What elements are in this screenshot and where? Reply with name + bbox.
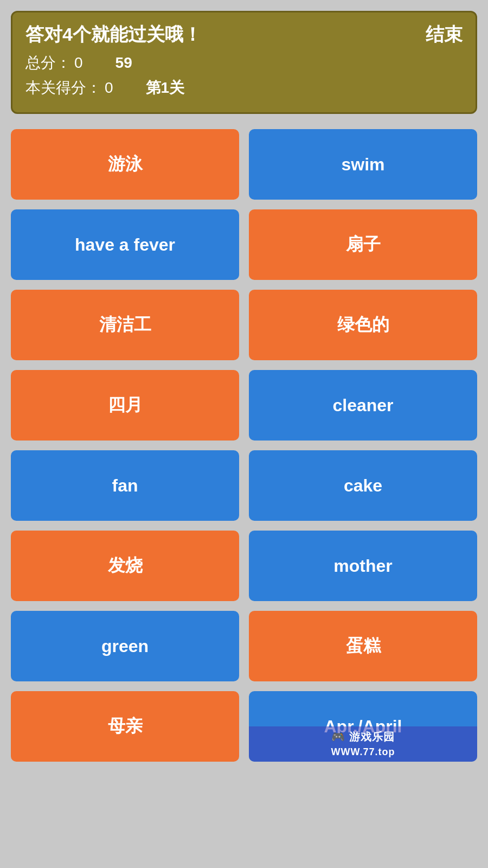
card-9[interactable]: fan <box>11 450 239 521</box>
level-score-label: 本关得分：0 <box>25 78 113 98</box>
card-4[interactable]: 扇子 <box>249 209 477 280</box>
card-1[interactable]: 游泳 <box>11 129 239 200</box>
game-title: 答对4个就能过关哦！ <box>25 22 202 47</box>
card-14[interactable]: 蛋糕 <box>249 611 477 681</box>
card-15[interactable]: 母亲 <box>11 691 239 762</box>
card-grid: 游泳swimhave a fever扇子清洁工绿色的四月cleanerfanca… <box>11 129 477 762</box>
total-score-label: 总分：0 <box>25 53 83 73</box>
card-6[interactable]: 绿色的 <box>249 290 477 360</box>
card-3[interactable]: have a fever <box>11 209 239 280</box>
card-8[interactable]: cleaner <box>249 370 477 441</box>
card-7[interactable]: 四月 <box>11 370 239 441</box>
card-10[interactable]: cake <box>249 450 477 521</box>
card-2[interactable]: swim <box>249 129 477 200</box>
card-16[interactable]: Apr./April🎮 游戏乐园WWW.77.top <box>249 691 477 762</box>
card-13[interactable]: green <box>11 611 239 681</box>
card-12[interactable]: mother <box>249 531 477 601</box>
card-5[interactable]: 清洁工 <box>11 290 239 360</box>
score-board: 答对4个就能过关哦！ 结束 总分：0 59 本关得分：0 第1关 <box>11 11 477 114</box>
level-label: 第1关 <box>146 78 185 98</box>
timer-value: 59 <box>115 54 132 72</box>
card-11[interactable]: 发烧 <box>11 531 239 601</box>
watermark-overlay: 🎮 游戏乐园WWW.77.top <box>249 726 477 762</box>
end-button[interactable]: 结束 <box>426 22 463 47</box>
